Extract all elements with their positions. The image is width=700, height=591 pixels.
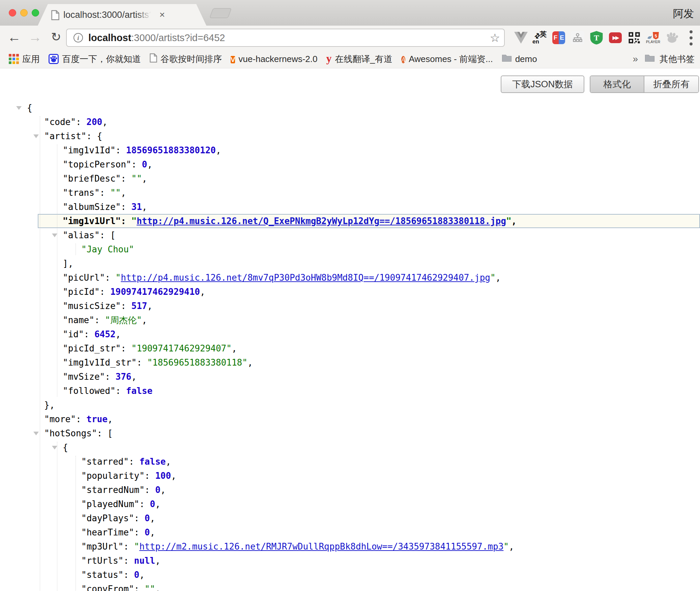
json-row: "code": 200,: [0, 115, 700, 129]
extension-icons-row: 英en⇄FET▶▶5PLAYER: [514, 26, 698, 50]
json-row: "hearTime": 0,: [0, 525, 700, 539]
other-bookmarks-label[interactable]: 其他书签: [660, 53, 695, 65]
browser-tab[interactable]: localhost:3000/artists?id=645 ×: [38, 4, 206, 26]
collapse-toggle-icon[interactable]: [33, 432, 39, 435]
bookmark-label: 在线翻译_有道: [335, 53, 392, 65]
browser-toolbar: ← → ↻ i localhost:3000/artists?id=6452 ☆…: [0, 26, 700, 50]
new-tab-button[interactable]: [209, 8, 232, 18]
folder-icon: [502, 54, 512, 64]
json-row: "topicPerson": 0,: [0, 157, 700, 172]
vue-devtools-icon[interactable]: [514, 28, 528, 48]
json-viewer: {"code": 200,"artist": {"img1v1Id": 1856…: [0, 101, 700, 591]
back-icon[interactable]: ←: [5, 28, 23, 46]
json-row: "dayPlays": 0,: [0, 511, 700, 525]
folder-icon: [645, 54, 655, 64]
url-text[interactable]: localhost:3000/artists?id=6452: [88, 32, 225, 43]
bookmark-label: Awesomes - 前端资...: [409, 53, 493, 65]
bookmark-item[interactable]: 应用: [9, 53, 40, 65]
translate-icon[interactable]: 英en⇄: [533, 28, 547, 48]
svg-text:T: T: [594, 33, 599, 42]
json-row: "starred": false,: [0, 455, 700, 469]
bookmark-item[interactable]: y在线翻译_有道: [326, 53, 392, 65]
bookmark-item[interactable]: demo: [502, 54, 537, 64]
indent-guide: [76, 244, 76, 255]
site-info-icon[interactable]: i: [74, 33, 83, 42]
address-bar[interactable]: i localhost:3000/artists?id=6452 ☆: [66, 29, 505, 47]
json-row: "more": true,: [0, 412, 700, 426]
forward-icon: →: [26, 28, 44, 46]
html5-player-icon[interactable]: 5PLAYER: [646, 28, 660, 48]
indent-guide: [40, 116, 40, 591]
json-row: "Jay Chou": [0, 242, 700, 256]
json-row: "briefDesc": "",: [0, 172, 700, 186]
collapse-toggle-icon[interactable]: [52, 446, 57, 449]
tab-close-icon[interactable]: ×: [156, 9, 168, 20]
awesomes-icon: A: [401, 54, 405, 64]
json-row: "followed": false: [0, 384, 700, 398]
json-url-link[interactable]: http://p4.music.126.net/8mv7qP30Pd3oHW8b…: [121, 273, 490, 283]
download-json-button[interactable]: 下载JSON数据: [501, 75, 584, 93]
json-row: ],: [0, 256, 700, 271]
vue-bookmark-icon: V: [231, 54, 235, 64]
view-mode-button-group: 格式化 折叠所有: [590, 75, 699, 93]
minimize-window-button[interactable]: [20, 9, 28, 17]
indent-guide: [57, 442, 57, 591]
profile-name[interactable]: 阿发: [673, 7, 694, 21]
json-url-link[interactable]: http://m2.music.126.net/RMJR7wDullRqppBk…: [139, 541, 503, 552]
json-row: "alias": [: [0, 228, 700, 242]
json-row: "mp3Url": "http://m2.music.126.net/RMJR7…: [0, 539, 700, 554]
json-row: "artist": {: [0, 129, 700, 143]
baidu-icon: [49, 54, 59, 64]
json-row: "rtUrls": null,: [0, 554, 700, 568]
bookmark-label: 百度一下，你就知道: [62, 53, 141, 65]
zoom-window-button[interactable]: [32, 9, 39, 17]
bookmark-item[interactable]: Vvue-hackernews-2.0: [231, 54, 317, 64]
sitemap-icon[interactable]: [571, 28, 585, 48]
window-titlebar: localhost:3000/artists?id=645 × 阿发: [0, 0, 700, 26]
format-button[interactable]: 格式化: [590, 76, 644, 92]
json-row: "hotSongs": [: [0, 426, 700, 440]
json-row: "mvSize": 376,: [0, 370, 700, 384]
indent-guide: [76, 456, 76, 591]
bookmark-item[interactable]: AAwesomes - 前端资...: [401, 53, 493, 65]
json-row: "starredNum": 0,: [0, 483, 700, 497]
page-icon: [150, 53, 157, 65]
json-row: "playedNum": 0,: [0, 497, 700, 511]
json-row: "img1v1Id": 18569651883380120,: [0, 143, 700, 157]
bookmarks-overflow: » 其他书签: [633, 53, 695, 65]
bookmarks-bar: 应用百度一下，你就知道谷歌按时间排序Vvue-hackernews-2.0y在线…: [0, 50, 700, 68]
youdao-icon: y: [326, 54, 331, 64]
json-row: "copyFrom": "",: [0, 582, 700, 591]
json-row: "albumSize": 31,: [0, 200, 700, 214]
collapse-toggle-icon[interactable]: [52, 234, 57, 237]
json-url-link[interactable]: http://p4.music.126.net/Q_ExePNkmgB2yWyL…: [137, 216, 506, 226]
json-row: "id": 6452,: [0, 327, 700, 341]
qr-code-icon[interactable]: [627, 28, 641, 48]
collapse-all-button[interactable]: 折叠所有: [644, 76, 698, 92]
json-row: "picId": 19097417462929410,: [0, 285, 700, 299]
page-content: 下载JSON数据 格式化 折叠所有 {"code": 200,"artist":…: [0, 69, 700, 591]
reload-icon[interactable]: ↻: [47, 28, 65, 46]
svg-text:5: 5: [654, 33, 657, 38]
json-row: "popularity": 100,: [0, 469, 700, 483]
traffic-lights: [9, 9, 39, 17]
browser-menu-icon[interactable]: [684, 28, 698, 48]
json-row: },: [0, 398, 700, 412]
tampermonkey-icon[interactable]: T: [589, 28, 604, 48]
json-row: "img1v1Id_str": "18569651883380118",: [0, 355, 700, 370]
bookmark-item[interactable]: 谷歌按时间排序: [150, 53, 222, 65]
json-row: "musicSize": 517,: [0, 299, 700, 313]
tab-title-fade: [136, 10, 154, 21]
json-row: "status": 0,: [0, 568, 700, 582]
fe-toolbox-icon[interactable]: FE: [552, 28, 566, 48]
bookmark-label: demo: [515, 54, 537, 64]
bookmark-star-icon[interactable]: ☆: [490, 31, 500, 44]
close-window-button[interactable]: [9, 9, 16, 17]
collapse-toggle-icon[interactable]: [33, 134, 39, 138]
video-downloader-icon[interactable]: ▶▶: [608, 28, 622, 48]
overflow-chevron-icon[interactable]: »: [633, 54, 638, 64]
paw-icon[interactable]: [665, 28, 679, 48]
bookmark-item[interactable]: 百度一下，你就知道: [49, 53, 141, 65]
collapse-toggle-icon[interactable]: [16, 106, 22, 110]
bookmark-label: vue-hackernews-2.0: [238, 54, 317, 64]
